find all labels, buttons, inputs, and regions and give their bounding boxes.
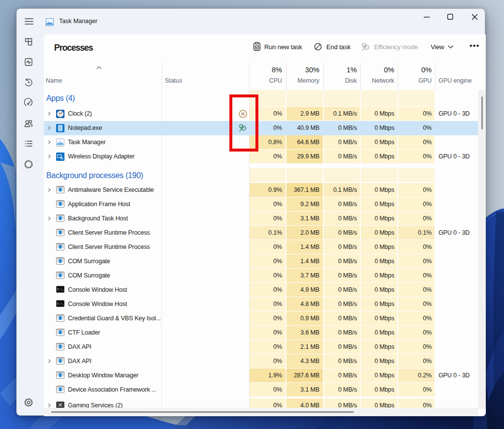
svg-text:C:\_: C:\_ [57,288,64,291]
svg-text:C:\_: C:\_ [57,302,64,306]
